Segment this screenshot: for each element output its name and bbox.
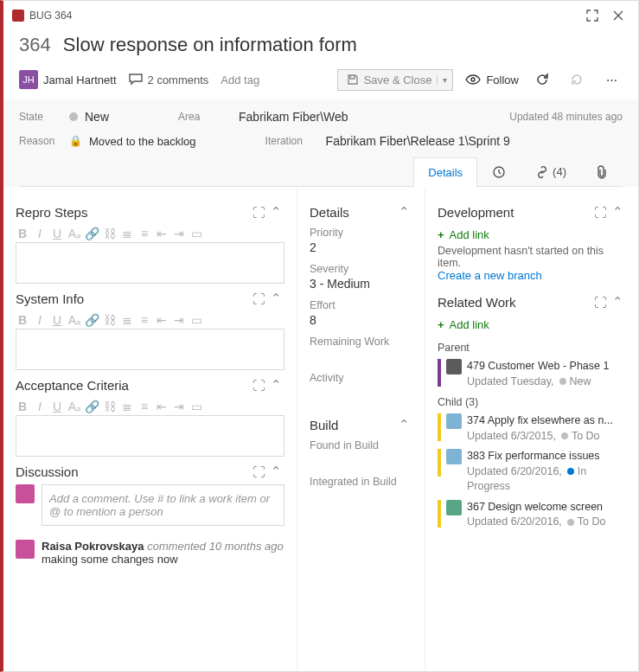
avatar: JH bbox=[19, 70, 38, 89]
build-header: Build bbox=[310, 418, 395, 432]
type-bar bbox=[438, 449, 441, 477]
tab-attachments[interactable] bbox=[581, 157, 623, 186]
discussion-input[interactable]: Add a comment. Use # to link a work item… bbox=[42, 484, 284, 526]
acceptance-editor[interactable] bbox=[16, 415, 284, 457]
activity-label: Activity bbox=[310, 372, 412, 384]
chevron-down-icon[interactable]: ▾ bbox=[437, 75, 447, 85]
type-bar bbox=[438, 359, 441, 387]
save-icon bbox=[347, 74, 359, 86]
type-bar bbox=[438, 500, 441, 528]
development-header: Development bbox=[438, 205, 591, 220]
parent-group-label: Parent bbox=[438, 342, 626, 354]
fullscreen-icon[interactable] bbox=[581, 4, 604, 27]
add-dev-link-button[interactable]: +Add link bbox=[438, 228, 489, 241]
state-dot bbox=[559, 378, 566, 385]
rte-toolbar[interactable]: BIUAₐ🔗⛓≣≡⇤⇥▭ bbox=[16, 311, 284, 329]
refresh-button[interactable] bbox=[531, 68, 553, 91]
add-tag-button[interactable]: Add tag bbox=[220, 74, 259, 86]
undo-button[interactable] bbox=[566, 68, 588, 91]
activity-value[interactable] bbox=[310, 386, 412, 401]
repro-steps-header: Repro Steps bbox=[16, 205, 250, 220]
area-value[interactable]: Fabrikam Fiber\Web bbox=[239, 110, 509, 124]
related-item[interactable]: 479 Customer Web - Phase 1 Updated Tuesd… bbox=[438, 359, 626, 389]
collapse-icon[interactable]: ⌃ bbox=[395, 204, 412, 220]
area-label: Area bbox=[178, 111, 239, 123]
comment-text: making some changes now bbox=[42, 553, 284, 566]
add-related-link-button[interactable]: +Add link bbox=[438, 318, 489, 331]
collapse-icon[interactable]: ⌃ bbox=[267, 204, 284, 220]
work-item-id: 364 bbox=[19, 34, 51, 55]
history-icon bbox=[492, 165, 506, 179]
found-build-value[interactable] bbox=[310, 453, 412, 469]
child-group-label: Child (3) bbox=[438, 396, 626, 408]
more-actions-button[interactable]: ⋯ bbox=[600, 68, 623, 91]
state-dot bbox=[567, 519, 574, 526]
state-dot bbox=[567, 468, 574, 475]
tab-links[interactable]: (4) bbox=[521, 157, 581, 186]
dev-empty-message: Development hasn't started on this item. bbox=[438, 245, 626, 269]
avatar bbox=[16, 540, 35, 559]
maximize-icon[interactable]: ⛶ bbox=[591, 295, 609, 310]
create-branch-link[interactable]: Create a new branch bbox=[438, 269, 542, 282]
svg-point-0 bbox=[471, 78, 475, 81]
collapse-icon[interactable]: ⌃ bbox=[609, 204, 626, 220]
save-close-button[interactable]: Save & Close ▾ bbox=[337, 69, 454, 91]
close-icon[interactable] bbox=[607, 4, 629, 27]
reason-value[interactable]: 🔒Moved to the backlog bbox=[69, 135, 196, 148]
comments-count: 2 comments bbox=[148, 74, 209, 86]
comment-meta: commented 10 months ago bbox=[147, 540, 284, 553]
discussion-entry: Raisa Pokrovskaya commented 10 months ag… bbox=[16, 540, 284, 566]
collapse-icon[interactable]: ⌃ bbox=[609, 294, 626, 310]
severity-label: Severity bbox=[310, 263, 412, 275]
remaining-value[interactable] bbox=[310, 349, 412, 365]
bug-icon bbox=[12, 10, 24, 22]
maximize-icon[interactable]: ⛶ bbox=[250, 378, 267, 393]
work-item-icon bbox=[446, 359, 462, 374]
link-icon bbox=[535, 166, 549, 178]
eye-icon bbox=[465, 74, 481, 86]
collapse-icon[interactable]: ⌃ bbox=[267, 464, 284, 479]
collapse-icon[interactable]: ⌃ bbox=[395, 417, 412, 432]
work-item-title[interactable]: 364 Slow response on information form bbox=[19, 34, 623, 56]
state-value[interactable]: New bbox=[69, 110, 109, 124]
discussion-header: Discussion bbox=[16, 464, 250, 479]
commenter-name: Raisa Pokrovskaya bbox=[42, 540, 144, 553]
work-item-title-text: Slow response on information form bbox=[63, 34, 357, 55]
collapse-icon[interactable]: ⌃ bbox=[267, 291, 284, 306]
follow-button[interactable]: Follow bbox=[465, 74, 519, 86]
tab-history[interactable] bbox=[477, 157, 521, 186]
collapse-icon[interactable]: ⌃ bbox=[267, 377, 284, 393]
maximize-icon[interactable]: ⛶ bbox=[250, 291, 267, 306]
related-work-header: Related Work bbox=[438, 295, 591, 310]
comment-icon bbox=[129, 74, 143, 86]
state-label: State bbox=[19, 111, 69, 123]
iteration-value[interactable]: Fabrikam Fiber\Release 1\Sprint 9 bbox=[326, 134, 623, 148]
acceptance-header: Acceptance Criteria bbox=[16, 378, 250, 393]
related-item[interactable]: 367 Design welcome screen Updated 6/20/2… bbox=[438, 500, 626, 530]
integrated-build-value[interactable] bbox=[310, 490, 412, 505]
rte-toolbar[interactable]: BIUAₐ🔗⛓≣≡⇤⇥▭ bbox=[16, 398, 284, 415]
avatar bbox=[16, 484, 35, 503]
effort-value[interactable]: 8 bbox=[310, 313, 412, 329]
severity-value[interactable]: 3 - Medium bbox=[310, 277, 412, 292]
tab-details[interactable]: Details bbox=[413, 157, 477, 187]
state-dot bbox=[69, 112, 78, 121]
details-header: Details bbox=[310, 205, 395, 220]
related-item[interactable]: 374 Apply fix elsewhere as n... Updated … bbox=[438, 413, 626, 444]
system-info-editor[interactable] bbox=[16, 329, 284, 370]
related-item[interactable]: 383 Fix performance issues Updated 6/20/… bbox=[438, 449, 626, 495]
maximize-icon[interactable]: ⛶ bbox=[250, 205, 267, 220]
iteration-label: Iteration bbox=[265, 135, 326, 147]
lock-icon: 🔒 bbox=[69, 135, 82, 147]
remaining-label: Remaining Work bbox=[310, 336, 412, 348]
attachment-icon bbox=[596, 165, 608, 179]
comments-link[interactable]: 2 comments bbox=[129, 74, 209, 86]
maximize-icon[interactable]: ⛶ bbox=[250, 464, 267, 479]
rte-toolbar[interactable]: BIUAₐ🔗⛓≣≡⇤⇥▭ bbox=[16, 225, 284, 242]
system-info-header: System Info bbox=[16, 291, 250, 306]
maximize-icon[interactable]: ⛶ bbox=[591, 205, 609, 220]
assignee-picker[interactable]: JH Jamal Hartnett bbox=[19, 70, 117, 89]
priority-value[interactable]: 2 bbox=[310, 240, 412, 256]
repro-steps-editor[interactable] bbox=[16, 242, 284, 284]
updated-time: Updated 48 minutes ago bbox=[509, 111, 623, 123]
